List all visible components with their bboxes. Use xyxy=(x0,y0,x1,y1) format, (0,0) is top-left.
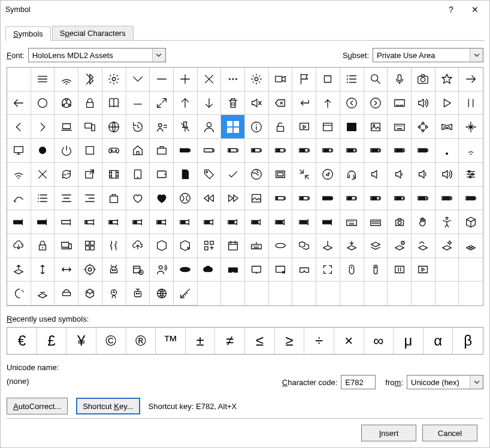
glyph-cal-time-icon[interactable] xyxy=(126,258,150,282)
glyph-cog-icon[interactable] xyxy=(78,258,102,282)
glyph-globe-icon[interactable] xyxy=(102,115,126,139)
glyph-cell[interactable] xyxy=(7,68,31,92)
glyph-rect-icon[interactable] xyxy=(269,163,293,187)
glyph-bluetooth-icon[interactable] xyxy=(78,68,102,92)
glyph-charge-c-icon[interactable] xyxy=(292,210,316,234)
glyph-surface-down-icon[interactable] xyxy=(340,234,364,258)
glyph-plus-icon[interactable] xyxy=(174,68,198,92)
glyph-brightness-icon[interactable] xyxy=(102,68,126,92)
recent-symbol[interactable]: ≤ xyxy=(245,328,275,354)
recent-symbol[interactable]: ¥ xyxy=(66,328,96,354)
glyph-book-icon[interactable] xyxy=(102,92,126,116)
glyph-wifi-icon[interactable] xyxy=(55,68,78,92)
glyph-charge-1-icon[interactable] xyxy=(31,210,55,234)
glyph-forward-icon[interactable] xyxy=(221,187,245,211)
glyph-surface-env-icon[interactable] xyxy=(412,234,435,258)
glyph-chevron-down-icon[interactable] xyxy=(126,68,150,92)
glyph-battery-1-icon[interactable] xyxy=(221,139,245,163)
glyph-charge-2-icon[interactable] xyxy=(55,210,78,234)
glyph-keyboard3-icon[interactable] xyxy=(245,234,269,258)
glyph-chevron-right-icon[interactable] xyxy=(31,115,55,139)
glyph-screen-icon[interactable] xyxy=(245,258,269,282)
glyph-battery-8-icon[interactable] xyxy=(388,139,412,163)
glyph-charge-7-icon[interactable] xyxy=(174,210,198,234)
glyph-briefcase-icon[interactable] xyxy=(150,139,174,163)
glyph-unpin-icon[interactable] xyxy=(174,115,198,139)
glyph-cloud-down-icon[interactable] xyxy=(7,234,31,258)
recent-symbol[interactable]: ± xyxy=(186,328,216,354)
glyph-circle-icon[interactable] xyxy=(31,92,55,116)
glyph-bat-b-icon[interactable] xyxy=(292,187,316,211)
glyph-mute-icon[interactable] xyxy=(245,92,269,116)
glyph-cloud-shape-icon[interactable] xyxy=(198,258,222,282)
glyph-battery-3-icon[interactable] xyxy=(269,139,293,163)
glyph-arrow-left-icon[interactable] xyxy=(7,92,31,116)
glyph-more-icon[interactable] xyxy=(221,68,245,92)
glyph-xbox-icon[interactable] xyxy=(174,187,198,211)
glyph-charge-3-icon[interactable] xyxy=(78,210,102,234)
recent-symbol[interactable]: × xyxy=(334,328,364,354)
glyph-surface-q-icon[interactable] xyxy=(388,234,412,258)
glyph-share-icon[interactable] xyxy=(55,92,78,116)
glyph-bat-d-icon[interactable] xyxy=(340,187,364,211)
glyph-cell[interactable] xyxy=(435,281,459,305)
cancel-button[interactable]: Cancel xyxy=(422,425,477,441)
glyph-bat-a-icon[interactable] xyxy=(269,187,293,211)
glyph-charge-4-icon[interactable] xyxy=(102,210,126,234)
glyph-calendar-icon[interactable] xyxy=(221,234,245,258)
glyph-delete-icon[interactable] xyxy=(221,92,245,116)
glyph-minimize-icon[interactable] xyxy=(126,92,150,116)
glyph-compass-icon[interactable] xyxy=(316,163,340,187)
glyph-bat-f-icon[interactable] xyxy=(388,187,412,211)
glyph-globe2-icon[interactable] xyxy=(150,281,174,305)
glyph-play-box-icon[interactable] xyxy=(412,258,435,282)
glyph-home-icon[interactable] xyxy=(126,139,150,163)
glyph-film-icon[interactable] xyxy=(102,163,126,187)
chevron-down-icon[interactable] xyxy=(470,376,483,389)
glyph-history-icon[interactable] xyxy=(126,115,150,139)
glyph-stop-icon[interactable] xyxy=(316,68,340,92)
glyph-image2-icon[interactable] xyxy=(245,187,269,211)
glyph-camera-icon[interactable] xyxy=(412,68,435,92)
glyph-minus-icon[interactable] xyxy=(150,68,174,92)
help-icon[interactable]: ? xyxy=(439,1,463,19)
glyph-battery-7-icon[interactable] xyxy=(364,139,388,163)
glyph-puzzle-head-icon[interactable] xyxy=(102,281,126,305)
glyph-lines-l-icon[interactable] xyxy=(31,187,55,211)
glyph-lines-c-icon[interactable] xyxy=(55,187,78,211)
glyph-battery-0-icon[interactable] xyxy=(198,139,222,163)
glyph-video-icon[interactable] xyxy=(269,68,293,92)
glyph-vol-high-icon[interactable] xyxy=(412,163,435,187)
chevron-down-icon[interactable] xyxy=(470,49,483,62)
glyph-vol-low-icon[interactable] xyxy=(364,163,388,187)
glyph-record-icon[interactable] xyxy=(31,139,55,163)
glyph-expand-icon[interactable] xyxy=(150,92,174,116)
from-combo[interactable]: Unicode (hex) xyxy=(407,375,483,389)
glyph-bat-g-icon[interactable] xyxy=(412,187,435,211)
insert-button[interactable]: Insert xyxy=(361,425,416,441)
glyph-pill-icon[interactable] xyxy=(269,234,293,258)
glyph-vol-mid-icon[interactable] xyxy=(388,163,412,187)
glyph-env-camera-icon[interactable] xyxy=(388,210,412,234)
recent-symbol[interactable]: ™ xyxy=(156,328,186,354)
glyph-mic-icon[interactable] xyxy=(388,68,412,92)
glyph-slideshow-icon[interactable] xyxy=(292,115,316,139)
glyph-box-icon[interactable] xyxy=(150,234,174,258)
glyph-user-icon[interactable] xyxy=(198,115,222,139)
glyph-rewind-icon[interactable] xyxy=(198,187,222,211)
glyph-kb1-icon[interactable] xyxy=(340,210,364,234)
glyph-charge-b-icon[interactable] xyxy=(269,210,293,234)
glyph-next-icon[interactable] xyxy=(364,92,388,116)
glyph-bat-h-icon[interactable] xyxy=(435,187,459,211)
glyph-pause-icon[interactable] xyxy=(459,92,483,116)
glyph-arrow-down-icon[interactable] xyxy=(198,92,222,116)
glyph-image-icon[interactable] xyxy=(340,115,364,139)
glyph-power-icon[interactable] xyxy=(55,139,78,163)
glyph-vol-max-icon[interactable] xyxy=(435,163,459,187)
glyph-wifi-med-icon[interactable] xyxy=(7,163,31,187)
glyph-robot-icon[interactable] xyxy=(126,281,150,305)
glyph-bat-e-icon[interactable] xyxy=(364,187,388,211)
glyph-collapse-icon[interactable] xyxy=(292,163,316,187)
glyph-tag-icon[interactable] xyxy=(198,163,222,187)
glyph-center-icon[interactable] xyxy=(459,115,483,139)
